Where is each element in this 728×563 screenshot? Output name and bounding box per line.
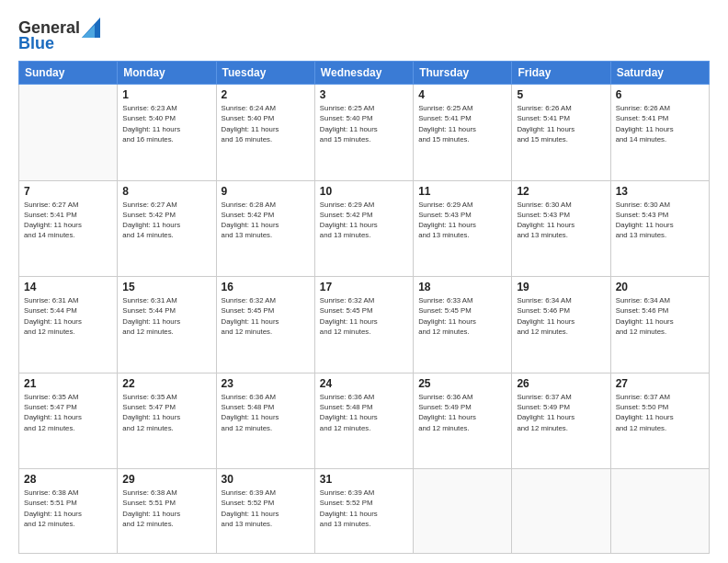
- col-header-sunday: Sunday: [19, 62, 118, 85]
- col-header-friday: Friday: [512, 62, 610, 85]
- day-number: 3: [320, 88, 408, 101]
- day-number: 16: [222, 281, 310, 293]
- day-info: Sunrise: 6:34 AMSunset: 5:46 PMDaylight:…: [517, 295, 605, 337]
- calendar-cell: 3Sunrise: 6:25 AMSunset: 5:40 PMDaylight…: [314, 85, 413, 181]
- calendar-cell: 21Sunrise: 6:35 AMSunset: 5:47 PMDayligh…: [19, 373, 118, 469]
- day-info: Sunrise: 6:35 AMSunset: 5:47 PMDaylight:…: [24, 392, 112, 433]
- day-number: 21: [24, 377, 112, 390]
- calendar-cell: 20Sunrise: 6:34 AMSunset: 5:46 PMDayligh…: [610, 277, 709, 373]
- day-info: Sunrise: 6:25 AMSunset: 5:40 PMDaylight:…: [320, 103, 408, 144]
- day-info: Sunrise: 6:38 AMSunset: 5:51 PMDaylight:…: [122, 488, 210, 529]
- day-info: Sunrise: 6:27 AMSunset: 5:41 PMDaylight:…: [24, 200, 112, 241]
- day-info: Sunrise: 6:30 AMSunset: 5:43 PMDaylight:…: [616, 200, 704, 241]
- day-number: 9: [222, 185, 310, 198]
- day-number: 26: [517, 377, 605, 390]
- day-info: Sunrise: 6:25 AMSunset: 5:41 PMDaylight:…: [418, 103, 506, 144]
- calendar-cell: [610, 469, 709, 554]
- day-number: 2: [222, 88, 310, 101]
- page: General Blue SundayMondayTuesdayWednesda…: [0, 0, 728, 563]
- day-number: 22: [122, 377, 210, 390]
- logo: General Blue: [18, 18, 100, 53]
- calendar-cell: 18Sunrise: 6:33 AMSunset: 5:45 PMDayligh…: [414, 277, 512, 373]
- calendar-cell: 2Sunrise: 6:24 AMSunset: 5:40 PMDaylight…: [216, 85, 314, 181]
- day-info: Sunrise: 6:27 AMSunset: 5:42 PMDaylight:…: [122, 200, 210, 241]
- calendar-cell: 16Sunrise: 6:32 AMSunset: 5:45 PMDayligh…: [216, 277, 314, 373]
- day-number: 29: [122, 473, 210, 486]
- day-info: Sunrise: 6:23 AMSunset: 5:40 PMDaylight:…: [122, 103, 210, 144]
- calendar-cell: 14Sunrise: 6:31 AMSunset: 5:44 PMDayligh…: [19, 277, 118, 373]
- calendar-cell: 19Sunrise: 6:34 AMSunset: 5:46 PMDayligh…: [512, 277, 610, 373]
- col-header-saturday: Saturday: [610, 62, 709, 85]
- day-info: Sunrise: 6:29 AMSunset: 5:43 PMDaylight:…: [418, 200, 506, 241]
- day-number: 10: [320, 185, 408, 198]
- calendar-cell: 29Sunrise: 6:38 AMSunset: 5:51 PMDayligh…: [118, 469, 216, 554]
- day-info: Sunrise: 6:30 AMSunset: 5:43 PMDaylight:…: [517, 200, 605, 241]
- calendar-cell: 24Sunrise: 6:36 AMSunset: 5:48 PMDayligh…: [314, 373, 413, 469]
- calendar-cell: 1Sunrise: 6:23 AMSunset: 5:40 PMDaylight…: [118, 85, 216, 181]
- col-header-monday: Monday: [118, 62, 216, 85]
- calendar-cell: 17Sunrise: 6:32 AMSunset: 5:45 PMDayligh…: [314, 277, 413, 373]
- day-info: Sunrise: 6:39 AMSunset: 5:52 PMDaylight:…: [320, 488, 408, 529]
- svg-marker-1: [82, 25, 95, 38]
- calendar-cell: [414, 469, 512, 554]
- day-info: Sunrise: 6:37 AMSunset: 5:50 PMDaylight:…: [616, 392, 704, 433]
- calendar-cell: 5Sunrise: 6:26 AMSunset: 5:41 PMDaylight…: [512, 85, 610, 181]
- header: General Blue: [18, 15, 710, 53]
- day-info: Sunrise: 6:24 AMSunset: 5:40 PMDaylight:…: [222, 103, 310, 144]
- calendar-cell: 8Sunrise: 6:27 AMSunset: 5:42 PMDaylight…: [118, 180, 216, 277]
- day-number: 24: [320, 377, 408, 390]
- day-info: Sunrise: 6:31 AMSunset: 5:44 PMDaylight:…: [122, 295, 210, 337]
- calendar-cell: 27Sunrise: 6:37 AMSunset: 5:50 PMDayligh…: [610, 373, 709, 469]
- day-info: Sunrise: 6:26 AMSunset: 5:41 PMDaylight:…: [517, 103, 605, 144]
- calendar-cell: 11Sunrise: 6:29 AMSunset: 5:43 PMDayligh…: [414, 180, 512, 277]
- day-number: 31: [320, 473, 408, 486]
- day-info: Sunrise: 6:31 AMSunset: 5:44 PMDaylight:…: [24, 295, 112, 337]
- day-number: 17: [320, 281, 408, 293]
- day-number: 28: [24, 473, 112, 486]
- day-number: 8: [122, 185, 210, 198]
- day-number: 15: [122, 281, 210, 293]
- day-number: 6: [616, 88, 704, 101]
- day-info: Sunrise: 6:32 AMSunset: 5:45 PMDaylight:…: [320, 295, 408, 337]
- day-number: 20: [616, 281, 704, 293]
- day-number: 7: [24, 185, 112, 198]
- day-info: Sunrise: 6:35 AMSunset: 5:47 PMDaylight:…: [122, 392, 210, 433]
- day-number: 1: [122, 88, 210, 101]
- day-info: Sunrise: 6:36 AMSunset: 5:48 PMDaylight:…: [222, 392, 310, 433]
- day-info: Sunrise: 6:34 AMSunset: 5:46 PMDaylight:…: [616, 295, 704, 337]
- day-number: 11: [418, 185, 506, 198]
- day-info: Sunrise: 6:37 AMSunset: 5:49 PMDaylight:…: [517, 392, 605, 433]
- day-info: Sunrise: 6:38 AMSunset: 5:51 PMDaylight:…: [24, 488, 112, 529]
- calendar-cell: 28Sunrise: 6:38 AMSunset: 5:51 PMDayligh…: [19, 469, 118, 554]
- col-header-wednesday: Wednesday: [314, 62, 413, 85]
- calendar-cell: 12Sunrise: 6:30 AMSunset: 5:43 PMDayligh…: [512, 180, 610, 277]
- day-number: 13: [616, 185, 704, 198]
- calendar-cell: 25Sunrise: 6:36 AMSunset: 5:49 PMDayligh…: [414, 373, 512, 469]
- col-header-thursday: Thursday: [414, 62, 512, 85]
- day-info: Sunrise: 6:39 AMSunset: 5:52 PMDaylight:…: [222, 488, 310, 529]
- calendar-cell: 13Sunrise: 6:30 AMSunset: 5:43 PMDayligh…: [610, 180, 709, 277]
- day-info: Sunrise: 6:26 AMSunset: 5:41 PMDaylight:…: [616, 103, 704, 144]
- calendar-cell: 9Sunrise: 6:28 AMSunset: 5:42 PMDaylight…: [216, 180, 314, 277]
- calendar-table: SundayMondayTuesdayWednesdayThursdayFrid…: [18, 61, 710, 554]
- day-number: 23: [222, 377, 310, 390]
- day-info: Sunrise: 6:33 AMSunset: 5:45 PMDaylight:…: [418, 295, 506, 337]
- day-number: 12: [517, 185, 605, 198]
- day-number: 19: [517, 281, 605, 293]
- day-number: 30: [222, 473, 310, 486]
- calendar-cell: 31Sunrise: 6:39 AMSunset: 5:52 PMDayligh…: [314, 469, 413, 554]
- day-number: 5: [517, 88, 605, 101]
- calendar-cell: 23Sunrise: 6:36 AMSunset: 5:48 PMDayligh…: [216, 373, 314, 469]
- day-number: 14: [24, 281, 112, 293]
- calendar-cell: [19, 85, 118, 181]
- calendar-cell: 6Sunrise: 6:26 AMSunset: 5:41 PMDaylight…: [610, 85, 709, 181]
- logo-icon: [82, 17, 100, 38]
- day-info: Sunrise: 6:36 AMSunset: 5:49 PMDaylight:…: [418, 392, 506, 433]
- day-info: Sunrise: 6:32 AMSunset: 5:45 PMDaylight:…: [222, 295, 310, 337]
- calendar-cell: 22Sunrise: 6:35 AMSunset: 5:47 PMDayligh…: [118, 373, 216, 469]
- day-number: 4: [418, 88, 506, 101]
- day-number: 25: [418, 377, 506, 390]
- calendar-cell: [512, 469, 610, 554]
- calendar-cell: 7Sunrise: 6:27 AMSunset: 5:41 PMDaylight…: [19, 180, 118, 277]
- day-info: Sunrise: 6:28 AMSunset: 5:42 PMDaylight:…: [222, 200, 310, 241]
